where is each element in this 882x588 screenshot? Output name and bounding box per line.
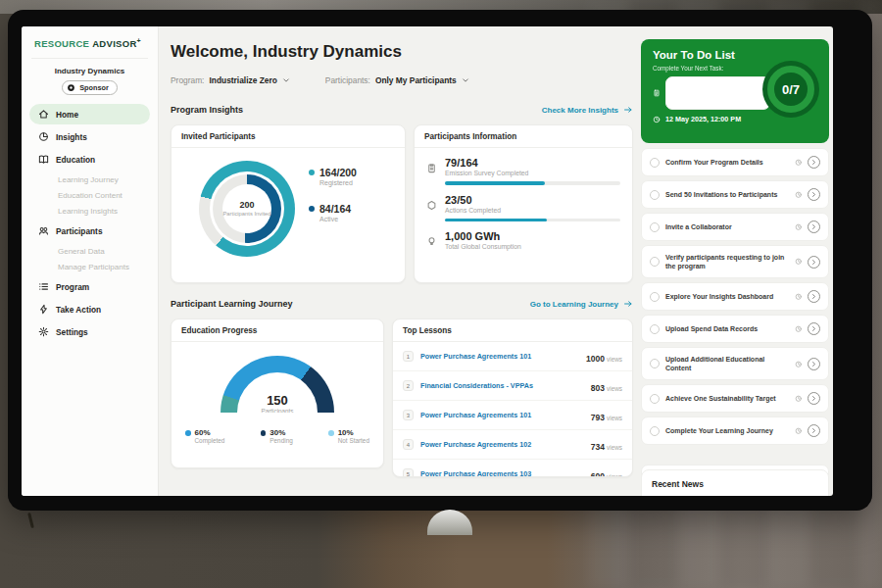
sidebar-item[interactable]: Insights bbox=[29, 126, 150, 147]
lesson-link[interactable]: Power Purchase Agreements 101 bbox=[420, 411, 584, 419]
task-row[interactable]: Upload Spend Data Records bbox=[641, 315, 829, 343]
go-to-learning-journey-label: Go to Learning Journey bbox=[530, 300, 618, 309]
task-checkbox[interactable] bbox=[650, 257, 660, 267]
dashboard-screen: RESOURCE ADVISOR+ Industry Dynamics Spon… bbox=[22, 26, 833, 496]
sidebar-item[interactable]: Home bbox=[29, 104, 150, 124]
task-row[interactable]: Achieve One Sustainability Target bbox=[641, 384, 829, 413]
task-checkbox[interactable] bbox=[650, 394, 660, 404]
participants-dropdown[interactable]: Participants: Only My Participants bbox=[325, 75, 469, 85]
task-checkbox[interactable] bbox=[650, 190, 660, 200]
go-to-learning-journey-link[interactable]: Go to Learning Journey bbox=[530, 299, 633, 309]
task-expand-button[interactable] bbox=[808, 392, 820, 405]
lesson-row[interactable]: 5 Power Purchase Agreements 103 600views bbox=[393, 459, 632, 477]
sidebar-item[interactable]: General Data bbox=[29, 243, 150, 259]
task-checkbox[interactable] bbox=[650, 158, 660, 168]
task-label: Send 50 Invitations to Participants bbox=[665, 190, 789, 199]
sidebar-item-label: Settings bbox=[56, 327, 88, 337]
sidebar-item[interactable]: Learning Journey bbox=[29, 172, 150, 187]
participants-label: Participants: bbox=[325, 75, 370, 85]
clock-icon bbox=[795, 293, 803, 301]
sidebar-item-label: Program bbox=[56, 282, 89, 292]
task-expand-button[interactable] bbox=[808, 424, 820, 437]
lesson-link[interactable]: Power Purchase Agreements 102 bbox=[420, 440, 584, 449]
task-row[interactable]: Complete Your Learning Journey bbox=[641, 416, 829, 445]
clock-icon bbox=[795, 223, 803, 231]
lesson-link[interactable]: Power Purchase Agreements 103 bbox=[420, 469, 584, 477]
sponsor-badge[interactable]: Sponsor bbox=[62, 80, 118, 95]
todo-summary-panel: Your To Do List Complete Your Next Task:… bbox=[641, 39, 829, 143]
chevron-right-icon bbox=[810, 427, 817, 434]
lesson-views-suffix: views bbox=[607, 415, 622, 421]
stat-row: 79/164 Emission Survey Completed bbox=[426, 157, 620, 185]
task-expand-button[interactable] bbox=[808, 220, 820, 233]
chevron-right-icon bbox=[810, 223, 817, 230]
sidebar-item-icon bbox=[38, 131, 49, 142]
legend-value: 10% bbox=[338, 428, 369, 437]
lesson-row[interactable]: 1 Power Purchase Agreements 101 1000view… bbox=[393, 342, 632, 370]
lesson-views-suffix: views bbox=[607, 356, 622, 363]
task-row[interactable]: Explore Your Insights Dashboard bbox=[641, 282, 829, 311]
task-row[interactable]: Upload Additional Educational Content bbox=[641, 347, 829, 380]
sidebar-item[interactable]: Settings bbox=[29, 321, 150, 342]
lesson-row[interactable]: 3 Power Purchase Agreements 101 793views bbox=[393, 400, 632, 429]
chevron-right-icon bbox=[810, 259, 817, 266]
sidebar-item[interactable]: Education Content bbox=[29, 187, 150, 203]
lesson-views-suffix: views bbox=[607, 473, 622, 478]
learning-journey-header: Participant Learning Journey Go to Learn… bbox=[171, 299, 633, 309]
legend-value: 84/164 bbox=[319, 203, 351, 215]
stat-value: 23/50 bbox=[445, 194, 620, 206]
sidebar-item[interactable]: Learning Insights bbox=[29, 203, 150, 219]
sidebar-item-icon bbox=[38, 326, 49, 337]
invited-donut-outer: 200 Participants Invited bbox=[199, 161, 295, 257]
sidebar-item-label: Manage Participants bbox=[58, 263, 129, 271]
legend-label: Pending bbox=[270, 437, 292, 444]
clock-icon bbox=[795, 361, 803, 368]
task-row[interactable]: Invite a Collaborator bbox=[641, 213, 829, 241]
sidebar-item[interactable]: Program bbox=[29, 276, 150, 297]
chevron-right-icon bbox=[810, 191, 817, 198]
sidebar-item-label: Insights bbox=[56, 132, 87, 142]
task-row[interactable]: Send 50 Invitations to Participants bbox=[641, 180, 829, 209]
task-expand-button[interactable] bbox=[808, 290, 820, 303]
chevron-right-icon bbox=[810, 395, 817, 402]
sidebar-item[interactable]: Manage Participants bbox=[29, 259, 150, 274]
todo-counter: 0/7 bbox=[782, 82, 800, 97]
sidebar-item[interactable]: Take Action bbox=[29, 299, 150, 319]
task-expand-button[interactable] bbox=[808, 358, 820, 370]
sidebar-item[interactable]: Education bbox=[29, 149, 150, 170]
lesson-link[interactable]: Power Purchase Agreements 101 bbox=[420, 352, 579, 361]
lesson-views: 1000 bbox=[586, 354, 605, 364]
sidebar-item-icon bbox=[38, 281, 49, 292]
check-more-insights-link[interactable]: Check More Insights bbox=[542, 105, 633, 115]
task-checkbox[interactable] bbox=[650, 359, 660, 368]
task-expand-button[interactable] bbox=[808, 256, 820, 269]
task-checkbox[interactable] bbox=[650, 324, 660, 334]
task-row[interactable]: Verify participants requesting to join t… bbox=[641, 245, 829, 278]
task-checkbox[interactable] bbox=[650, 222, 660, 232]
sidebar-item-label: General Data bbox=[58, 247, 105, 256]
lesson-row[interactable]: 4 Power Purchase Agreements 102 734views bbox=[393, 429, 632, 459]
progress-bar-fill bbox=[445, 181, 545, 185]
lesson-row[interactable]: 2 Financial Considerations - VPPAs 803vi… bbox=[393, 370, 632, 400]
lesson-rank: 5 bbox=[403, 468, 414, 477]
stat-icon bbox=[426, 163, 437, 173]
app-logo[interactable]: RESOURCE ADVISOR+ bbox=[22, 37, 158, 49]
sidebar-item-label: Take Action bbox=[56, 305, 101, 315]
legend-label: Active bbox=[319, 216, 351, 222]
task-label: Achieve One Sustainability Target bbox=[665, 394, 789, 403]
task-expand-button[interactable] bbox=[808, 188, 820, 201]
logo-advisor: ADVISOR bbox=[92, 38, 136, 49]
lesson-link[interactable]: Financial Considerations - VPPAs bbox=[420, 381, 584, 390]
task-checkbox[interactable] bbox=[650, 426, 660, 436]
clock-icon bbox=[795, 258, 803, 266]
invited-legend: 164/200 Registered 84/164 Active bbox=[309, 167, 357, 222]
task-expand-button[interactable] bbox=[808, 322, 820, 335]
sidebar-item[interactable]: Participants bbox=[29, 220, 150, 241]
task-row[interactable]: Confirm Your Program Details bbox=[641, 148, 829, 176]
task-checkbox[interactable] bbox=[650, 292, 660, 302]
clock-icon bbox=[653, 116, 661, 123]
program-value: Industrialize Zero bbox=[209, 75, 276, 85]
program-dropdown[interactable]: Program: Industrialize Zero bbox=[171, 75, 290, 85]
task-expand-button[interactable] bbox=[808, 156, 820, 169]
page-title: Welcome, Industry Dynamics bbox=[171, 42, 402, 62]
